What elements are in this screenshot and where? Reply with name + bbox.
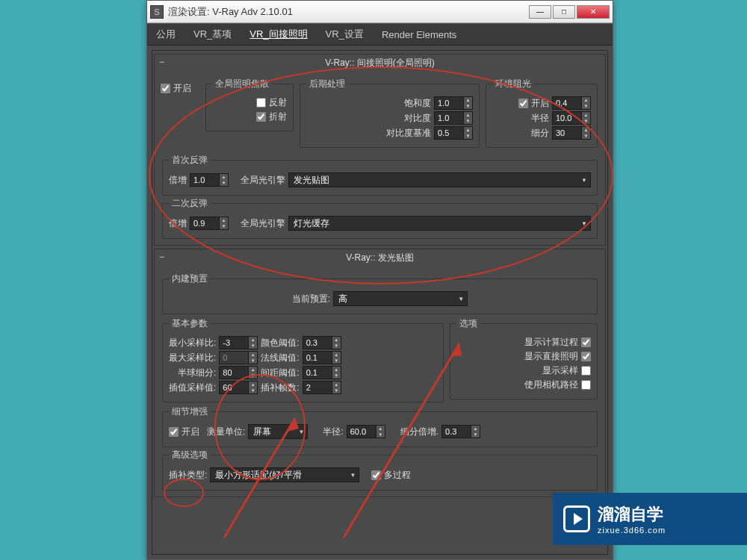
group-ao: 环境阻光 开启 0.4▲▼ 半径 10.0▲▼ 细分: [486, 78, 598, 148]
caustics-refract-row[interactable]: 折射: [212, 111, 287, 123]
secondary-row: 倍增 0.9▲▼ 全局光引擎 灯光缓存: [169, 216, 591, 231]
maximize-button[interactable]: □: [553, 5, 575, 19]
body: V-Ray:: 间接照明(全局照明) 开启 全局照明焦散: [147, 46, 613, 559]
ao-on-checkbox[interactable]: [518, 99, 528, 108]
interp-value[interactable]: 60: [219, 381, 249, 394]
advanced-type-label: 插补类型:: [169, 469, 207, 482]
primary-mult-spinner[interactable]: 1.0▲▼: [190, 173, 229, 187]
secondary-mult-value[interactable]: 0.9: [190, 217, 220, 230]
ao-subdiv-value[interactable]: 30: [552, 126, 582, 140]
post-contrast-spinner[interactable]: 1.0▲▼: [434, 111, 473, 125]
detail-radius-label: 半径:: [323, 426, 343, 438]
rollout-irrmap-header[interactable]: V-Ray:: 发光贴图: [155, 249, 605, 267]
tab-renderelem[interactable]: Render Elements: [379, 26, 459, 43]
minrate-value[interactable]: -3: [219, 336, 249, 349]
rollout-gi-header[interactable]: V-Ray:: 间接照明(全局照明): [155, 55, 605, 72]
secondary-mult-spinner[interactable]: 0.9▲▼: [190, 217, 229, 230]
caustics-refract-checkbox[interactable]: [256, 112, 266, 122]
detail-subdiv-spinner[interactable]: 0.3▲▼: [441, 425, 480, 438]
rollout-irrmap-body: 内建预置 当前预置: 高 基本参数 最小采样比:-3▲▼: [155, 267, 605, 497]
ao-radius-spinner[interactable]: 10.0▲▼: [552, 111, 591, 125]
primary-mult-value[interactable]: 1.0: [190, 173, 220, 187]
rollout-gi: V-Ray:: 间接照明(全局照明) 开启 全局照明焦散: [154, 54, 606, 246]
ao-on-spinner[interactable]: 0.4▲▼: [552, 96, 591, 110]
close-button[interactable]: ✕: [577, 5, 610, 19]
multipass-checkbox[interactable]: [371, 470, 381, 480]
maxrate-spinner[interactable]: 0▲▼: [219, 351, 258, 364]
use-camera-checkbox[interactable]: [581, 380, 591, 390]
group-secondary: 二次反弹 倍增 0.9▲▼ 全局光引擎 灯光缓存: [162, 197, 598, 239]
use-camera-label: 使用相机路径: [524, 379, 578, 391]
multipass-label: 多过程: [384, 469, 411, 482]
ao-on-value[interactable]: 0.4: [552, 96, 582, 110]
tab-vrindirect[interactable]: VR_间接照明: [247, 25, 310, 44]
group-advanced-legend: 高级选项: [169, 449, 211, 461]
detail-unit-dropdown[interactable]: 屏幕: [248, 424, 308, 439]
tab-vrsettings[interactable]: VR_设置: [323, 25, 367, 44]
post-base-label: 对比度基准: [386, 127, 431, 140]
detail-radius-value[interactable]: 60.0: [347, 425, 376, 438]
hsph-label: 半球细分:: [178, 367, 216, 379]
show-calc-label: 显示计算过程: [524, 336, 578, 349]
watermark-main: 溜溜自学: [598, 503, 666, 526]
gi-enable-checkbox[interactable]: [161, 84, 170, 93]
ao-subdiv-spinner[interactable]: 30▲▼: [552, 126, 591, 140]
secondary-mult-label: 倍增: [169, 217, 187, 230]
group-post-legend: 后期处理: [306, 78, 348, 90]
detail-subdiv-value[interactable]: 0.3: [441, 425, 471, 438]
minrate-spinner[interactable]: -3▲▼: [219, 336, 258, 349]
clr-spinner[interactable]: 0.3▲▼: [303, 336, 341, 349]
post-contrast-label: 对比度: [404, 112, 431, 125]
gi-enable-cell: 开启: [161, 76, 201, 96]
show-calc-checkbox[interactable]: [581, 337, 591, 347]
watermark: 溜溜自学 zixue.3d66.com: [553, 493, 747, 545]
caustics-reflect-checkbox[interactable]: [256, 98, 266, 108]
frames-value[interactable]: 2: [303, 381, 332, 394]
post-sat-value[interactable]: 1.0: [434, 96, 464, 110]
show-direct-label: 显示直接照明: [524, 350, 578, 363]
ao-radius-row: 半径 10.0▲▼: [492, 111, 591, 125]
hsph-value[interactable]: 80: [219, 366, 249, 379]
detail-unit-label: 测量单位:: [207, 426, 245, 438]
primary-mult-label: 倍增: [169, 174, 187, 187]
hsph-spinner[interactable]: 80▲▼: [219, 366, 258, 379]
group-preset-legend: 内建预置: [169, 273, 211, 285]
nrm-label: 法线阈值:: [261, 352, 299, 364]
preset-label: 当前预置:: [292, 293, 330, 305]
nrm-value[interactable]: 0.1: [303, 351, 332, 364]
post-sat-row: 饱和度 1.0▲▼: [306, 96, 473, 110]
tab-bar: 公用 VR_基项 VR_间接照明 VR_设置 Render Elements: [147, 23, 613, 46]
detail-on-checkbox[interactable]: [169, 427, 179, 437]
caustics-reflect-row[interactable]: 反射: [212, 96, 287, 109]
dist-value[interactable]: 0.1: [303, 366, 332, 379]
interp-spinner[interactable]: 60▲▼: [219, 381, 258, 394]
post-sat-spinner[interactable]: 1.0▲▼: [434, 96, 473, 110]
primary-engine-dropdown[interactable]: 发光贴图: [288, 172, 591, 187]
caustics-reflect-text: 反射: [269, 96, 287, 109]
tab-common[interactable]: 公用: [153, 25, 179, 44]
detail-subdiv-label: 细分倍增.: [400, 426, 438, 438]
show-samples-checkbox[interactable]: [581, 366, 591, 376]
post-contrast-value[interactable]: 1.0: [434, 111, 464, 125]
scroll-area[interactable]: V-Ray:: 间接照明(全局照明) 开启 全局照明焦散: [152, 50, 608, 555]
nrm-spinner[interactable]: 0.1▲▼: [303, 351, 341, 364]
group-basic-legend: 基本参数: [169, 317, 211, 330]
secondary-engine-dropdown[interactable]: 灯光缓存: [288, 216, 591, 231]
ao-subdiv-row: 细分 30▲▼: [492, 126, 591, 140]
dist-spinner[interactable]: 0.1▲▼: [303, 366, 341, 379]
frames-spinner[interactable]: 2▲▼: [303, 381, 341, 394]
clr-value[interactable]: 0.3: [303, 336, 332, 349]
post-base-value[interactable]: 0.5: [434, 126, 464, 140]
minimize-button[interactable]: —: [529, 5, 551, 19]
post-base-spinner[interactable]: 0.5▲▼: [434, 126, 473, 140]
detail-radius-spinner[interactable]: 60.0▲▼: [347, 425, 385, 438]
advanced-type-dropdown[interactable]: 最小方形适配(好/平滑: [210, 467, 359, 482]
maxrate-value[interactable]: 0: [219, 351, 249, 364]
gi-enable-label[interactable]: 开启: [161, 82, 201, 95]
group-detail-legend: 细节增强: [169, 405, 211, 418]
app-icon: S: [150, 5, 164, 19]
show-direct-checkbox[interactable]: [581, 352, 591, 361]
tab-vrbase[interactable]: VR_基项: [190, 25, 235, 44]
ao-radius-value[interactable]: 10.0: [552, 111, 582, 125]
preset-dropdown[interactable]: 高: [333, 291, 468, 306]
